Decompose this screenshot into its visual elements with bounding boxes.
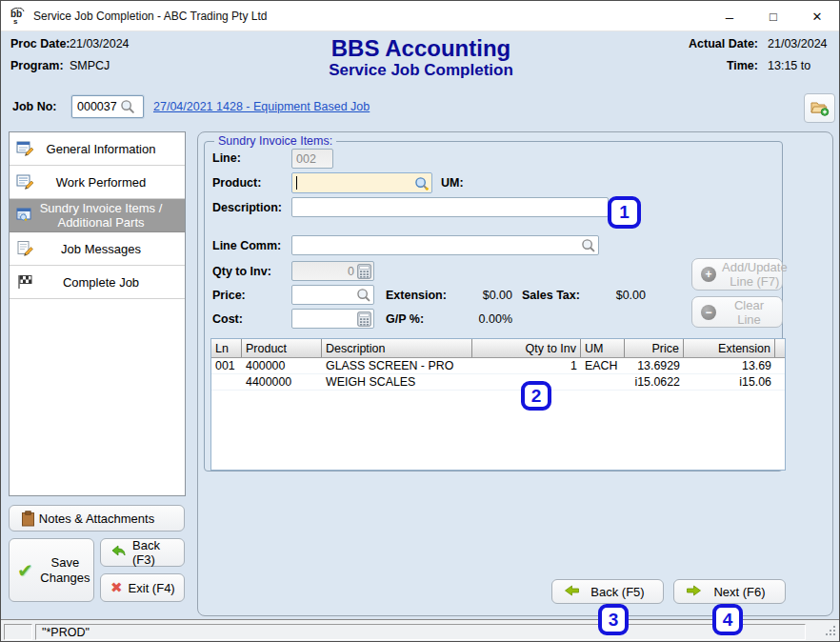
- sidebar-item-label: Complete Job: [63, 275, 139, 290]
- cell-product: 4400000: [242, 374, 322, 390]
- green-left-arrow-icon: [564, 584, 580, 600]
- table-row[interactable]: 001 400000 GLASS SCREEN - PRO 1 EACH 13.…: [211, 358, 785, 374]
- green-right-arrow-icon: [686, 584, 702, 600]
- cell-price: 13.6929: [625, 358, 684, 373]
- back-f5-label: Back (F5): [588, 585, 663, 599]
- back-f5-button[interactable]: Back (F5): [551, 579, 664, 604]
- job-description-link[interactable]: 27/04/2021 1428 - Equipment Based Job: [153, 100, 370, 113]
- save-changes-button[interactable]: ✔ Save Changes: [9, 538, 94, 602]
- price-lookup-icon[interactable]: [356, 288, 371, 306]
- red-x-icon: ✖: [110, 579, 123, 596]
- sidebar-item-label: Work Performed: [56, 175, 146, 190]
- qty-calculator-icon[interactable]: [357, 264, 371, 282]
- product-input[interactable]: [297, 173, 431, 192]
- notes-attachments-button[interactable]: Notes & Attachments: [9, 505, 185, 532]
- cell-um: [581, 374, 625, 390]
- table-row[interactable]: 4400000 WEIGH SCALES i15.0622 i15.06: [211, 374, 785, 391]
- um-label: UM:: [441, 176, 464, 190]
- minus-circle-icon: −: [701, 305, 716, 320]
- next-f6-button[interactable]: Next (F6): [673, 579, 786, 604]
- sidebar-item-label: General Information: [47, 142, 156, 156]
- save-label-line2: Changes: [40, 571, 90, 585]
- annotation-2: 2: [521, 381, 551, 411]
- exit-f4-label: Exit (F4): [129, 581, 175, 595]
- line-comm-input[interactable]: [292, 236, 598, 254]
- page-pencil-icon: [16, 240, 35, 260]
- header-product: Product: [242, 339, 322, 357]
- cell-extension: 13.69: [684, 358, 775, 373]
- qty-to-inv-label: Qty to Inv:: [212, 265, 271, 278]
- gp-percent-value: 0.00%: [448, 312, 512, 326]
- sidebar-item-general-information[interactable]: General Information: [10, 132, 185, 166]
- app-icon[interactable]: bb s: [10, 8, 28, 25]
- next-f6-label: Next (F6): [710, 585, 785, 599]
- undo-arrow-icon: [110, 544, 127, 561]
- main-content-panel: Sundry Invoice Items: Line: Product: UM:: [197, 131, 833, 616]
- add-update-line-button[interactable]: + Add/Update Line (F7): [691, 258, 783, 291]
- product-field[interactable]: [291, 172, 432, 193]
- line-comm-field[interactable]: [291, 235, 599, 255]
- add-update-label-line2: Line (F7): [730, 274, 779, 289]
- window-title: Service Job Completion - ABC Trading Pty…: [33, 10, 267, 23]
- job-no-field[interactable]: [71, 95, 144, 118]
- sales-tax-value: $0.00: [581, 289, 646, 302]
- annotation-1: 1: [608, 196, 641, 229]
- line-comm-label: Line Comm:: [212, 239, 281, 252]
- header-price: Price: [625, 339, 684, 357]
- actual-date-value: 21/03/2024: [768, 37, 828, 50]
- save-label-line1: Save: [51, 555, 80, 570]
- sidebar-item-job-messages[interactable]: Job Messages: [10, 232, 185, 266]
- extension-label: Extension:: [386, 289, 447, 302]
- price-field[interactable]: [291, 285, 374, 305]
- maximize-button[interactable]: □: [751, 1, 795, 31]
- exit-f4-button[interactable]: ✖ Exit (F4): [100, 573, 185, 602]
- clear-line-button[interactable]: − Clear Line: [691, 296, 783, 328]
- job-no-label: Job No:: [12, 100, 57, 113]
- check-icon: ✔: [17, 559, 33, 582]
- checkered-flag-icon: [16, 273, 35, 293]
- annotation-3: 3: [598, 604, 629, 635]
- notes-attachments-label: Notes & Attachments: [39, 512, 154, 526]
- sidebar-item-label: Sundry Invoice Items / Additional Parts: [32, 201, 170, 230]
- screen-title: Service Job Completion: [1, 61, 840, 80]
- open-folder-button[interactable]: [804, 93, 835, 123]
- groupbox-title: Sundry Invoice Items:: [214, 134, 336, 148]
- job-lookup-icon[interactable]: [120, 99, 135, 114]
- sidebar-item-complete-job[interactable]: Complete Job: [10, 266, 185, 299]
- sundry-invoice-groupbox: Sundry Invoice Items: Line: Product: UM:: [204, 141, 783, 471]
- form-pencil-icon: [16, 140, 35, 160]
- product-label: Product:: [212, 176, 261, 190]
- status-text: "*PROD": [42, 626, 90, 639]
- back-f3-button[interactable]: Back (F3): [100, 538, 185, 567]
- cost-field[interactable]: [291, 309, 374, 329]
- product-lookup-icon[interactable]: [414, 176, 430, 194]
- cost-label: Cost:: [212, 312, 243, 326]
- header-ln: Ln: [211, 339, 242, 357]
- sidebar-item-work-performed[interactable]: Work Performed: [10, 166, 185, 199]
- description-field[interactable]: [291, 197, 609, 217]
- folder-add-icon: [810, 100, 830, 116]
- plus-circle-icon: +: [701, 267, 716, 282]
- cell-price: i15.0622: [625, 374, 684, 390]
- line-comm-lookup-icon[interactable]: [581, 238, 596, 256]
- job-no-input[interactable]: [72, 100, 120, 113]
- description-input[interactable]: [292, 198, 608, 216]
- add-update-label-line1: Add/Update: [722, 260, 788, 274]
- sidebar-item-sundry-invoice-items[interactable]: Sundry Invoice Items / Additional Parts: [10, 199, 185, 232]
- gp-percent-label: G/P %:: [386, 312, 424, 326]
- table-header-row: Ln Product Description Qty to Inv UM Pri…: [211, 339, 785, 358]
- actual-date-label: Actual Date:: [689, 37, 758, 50]
- cell-extension: i15.06: [684, 374, 775, 390]
- price-label: Price:: [212, 289, 246, 302]
- sidebar-item-label: Job Messages: [61, 242, 141, 256]
- time-label: Time:: [727, 59, 758, 72]
- annotation-4: 4: [712, 604, 743, 635]
- description-label: Description:: [212, 201, 282, 214]
- resize-grip[interactable]: [825, 625, 837, 640]
- header-um: UM: [581, 339, 625, 357]
- minimize-button[interactable]: –: [708, 1, 751, 31]
- close-button[interactable]: ✕: [795, 1, 839, 31]
- cost-calculator-icon[interactable]: [357, 311, 371, 330]
- bbs-logo-icon: bb s: [10, 8, 28, 25]
- header-extension: Extension: [684, 339, 775, 357]
